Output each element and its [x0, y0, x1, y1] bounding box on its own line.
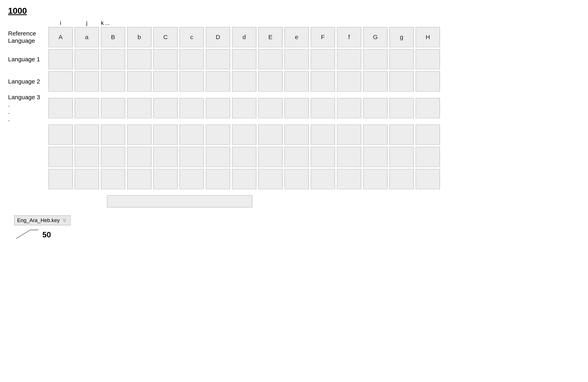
language-3-label: Language 3 . . .: [8, 94, 48, 123]
lang3-cell-12: [363, 98, 387, 118]
language-1-row: Language 1: [8, 49, 580, 69]
lang3-cell-7: [232, 98, 256, 118]
col-header-i: i: [48, 20, 73, 26]
lang2-cell-6: [206, 71, 230, 92]
dots1-cell-4: [153, 125, 178, 145]
dots3-cell-1: [75, 169, 99, 189]
lang2-cell-5: [180, 71, 204, 92]
dots-row-3: [8, 169, 580, 189]
dots1-cell-7: [232, 125, 256, 145]
dots3-cell-8: [258, 169, 282, 189]
dots2-cell-0: [48, 147, 73, 167]
ref-cell-2: B: [101, 27, 125, 47]
lang3-cell-1: [75, 98, 99, 118]
dots1-cell-2: [101, 125, 125, 145]
lang3-cell-11: [337, 98, 361, 118]
lang2-cell-8: [258, 71, 282, 92]
dots3-cell-9: [285, 169, 309, 189]
dots2-cell-7: [232, 147, 256, 167]
lang1-cell-7: [232, 49, 256, 69]
dots2-cell-10: [311, 147, 335, 167]
label-50: 50: [42, 231, 51, 239]
lang3-cell-5: [180, 98, 204, 118]
ref-cell-10: F: [311, 27, 335, 47]
lang2-cell-14: [416, 71, 440, 92]
lang2-cell-3: [127, 71, 151, 92]
lang3-cell-2: [101, 98, 125, 118]
dots-row-1: [8, 125, 580, 145]
lang2-cell-0: [48, 71, 73, 92]
lang2-cell-4: [153, 71, 178, 92]
lang3-cell-0: [48, 98, 73, 118]
lang1-cell-5: [180, 49, 204, 69]
dots2-cell-8: [258, 147, 282, 167]
dots3-cell-6: [206, 169, 230, 189]
dots1-cell-1: [75, 125, 99, 145]
col-header-j: j: [75, 20, 99, 26]
dots2-cell-14: [416, 147, 440, 167]
lang3-cell-3: [127, 98, 151, 118]
language-3-row: Language 3 . . .: [8, 94, 580, 123]
bottom-bar: [107, 195, 252, 207]
lang2-cell-10: [311, 71, 335, 92]
dots2-cell-4: [153, 147, 178, 167]
dots1-cell-11: [337, 125, 361, 145]
dots1-cell-12: [363, 125, 387, 145]
dropdown-arrow-icon: ▽: [63, 218, 66, 223]
dots2-cell-6: [206, 147, 230, 167]
reference-language-label: Reference Language: [8, 30, 48, 44]
lang1-cell-2: [101, 49, 125, 69]
ref-cell-9: e: [285, 27, 309, 47]
lang1-cell-0: [48, 49, 73, 69]
ref-cell-5: c: [180, 27, 204, 47]
dots3-cell-11: [337, 169, 361, 189]
lang3-cell-13: [389, 98, 414, 118]
dots2-cell-1: [75, 147, 99, 167]
col-header-k: k ...: [101, 20, 125, 26]
lang3-cell-14: [416, 98, 440, 118]
dots2-cell-12: [363, 147, 387, 167]
dots2-cell-2: [101, 147, 125, 167]
lang2-cell-7: [232, 71, 256, 92]
dots1-cell-10: [311, 125, 335, 145]
language-1-label: Language 1: [8, 56, 48, 63]
dots3-cell-14: [416, 169, 440, 189]
dots1-cell-6: [206, 125, 230, 145]
dots3-cell-7: [232, 169, 256, 189]
ref-cell-1: a: [75, 27, 99, 47]
ref-cell-3: b: [127, 27, 151, 47]
lang1-cell-10: [311, 49, 335, 69]
lang3-cell-4: [153, 98, 178, 118]
lang1-cell-8: [258, 49, 282, 69]
ref-cell-12: G: [363, 27, 387, 47]
dots1-cell-13: [389, 125, 414, 145]
lang1-cell-13: [389, 49, 414, 69]
dots2-cell-11: [337, 147, 361, 167]
ref-cell-6: D: [206, 27, 230, 47]
dots1-cell-9: [285, 125, 309, 145]
lang3-cell-10: [311, 98, 335, 118]
dots1-cell-8: [258, 125, 282, 145]
lang1-cell-11: [337, 49, 361, 69]
lang3-cell-6: [206, 98, 230, 118]
dropdown-value: Eng_Ara_Heb.key: [17, 217, 60, 223]
ref-cell-7: d: [232, 27, 256, 47]
lang2-cell-12: [363, 71, 387, 92]
file-dropdown[interactable]: Eng_Ara_Heb.key ▽: [14, 215, 71, 225]
dots3-cell-5: [180, 169, 204, 189]
lang1-cell-9: [285, 49, 309, 69]
lang1-cell-3: [127, 49, 151, 69]
svg-line-0: [16, 230, 30, 239]
dots2-cell-5: [180, 147, 204, 167]
language-2-row: Language 2: [8, 71, 580, 92]
ref-cell-4: C: [153, 27, 178, 47]
ref-cell-8: E: [258, 27, 282, 47]
lang2-cell-11: [337, 71, 361, 92]
reference-language-row: Reference Language A a B b C c D d E e F…: [8, 27, 580, 47]
lang2-cell-2: [101, 71, 125, 92]
dots1-cell-0: [48, 125, 73, 145]
dots3-cell-3: [127, 169, 151, 189]
dots1-cell-3: [127, 125, 151, 145]
column-headers: i j k ...: [48, 20, 580, 26]
lang2-cell-1: [75, 71, 99, 92]
